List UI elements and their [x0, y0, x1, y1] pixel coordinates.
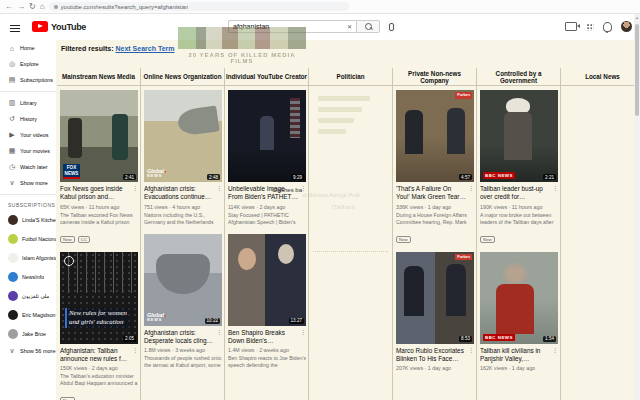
video-badges: New	[60, 388, 138, 400]
video-duration: 2:41	[123, 174, 136, 180]
home-icon[interactable]: ⌂	[40, 3, 45, 11]
scrollbar-thumb[interactable]	[635, 24, 639, 116]
video-menu-icon[interactable]: ⋮	[468, 347, 474, 364]
video-title-row: Taliban leader bust-up over credit for A…	[480, 185, 558, 202]
video-thumbnail[interactable]: 13:27	[228, 234, 306, 326]
page-scrollbar[interactable]: ▲	[634, 14, 640, 400]
video-thumbnail[interactable]: Global›10:22	[144, 234, 222, 326]
subscription-channel[interactable]: NewsInfo	[0, 267, 56, 286]
search-input[interactable]	[233, 23, 344, 30]
video-meta: 1.4M views · 2 weeks ago	[228, 347, 306, 353]
video-title-row: Taliban kill civilians in Panjshir Valle…	[480, 347, 558, 364]
voice-search-button[interactable]	[385, 20, 398, 33]
sidebar-item-library[interactable]: ▥Library	[0, 95, 56, 111]
sidebar-item-your-videos[interactable]: ▶Your videos	[0, 127, 56, 143]
video-thumbnail[interactable]: FOX NEWS2:41	[60, 90, 138, 182]
video-menu-icon[interactable]: ⋮	[132, 185, 138, 202]
video-thumbnail[interactable]: New rules for women and girls' education…	[60, 252, 138, 344]
subscription-channel[interactable]: Linda'S Kitchen مطبخ	[0, 210, 56, 229]
sidebar-item-label: Watch later	[20, 164, 48, 170]
forward-icon[interactable]: →	[17, 3, 25, 11]
column-cell: BBC NEWS2:21Taliban leader bust-up over …	[477, 86, 561, 400]
sidebar-item-your-movies[interactable]: ▦Your movies	[0, 143, 56, 159]
video-thumbnail[interactable]: Forbes4:57	[396, 90, 474, 182]
avatar[interactable]	[621, 21, 632, 32]
sidebar-item-label: Home	[20, 45, 35, 51]
sidebar-item-subscriptions[interactable]: ▤Subscriptions	[0, 72, 56, 88]
channel-avatar	[8, 329, 18, 339]
subscription-channel[interactable]: Futbol Nacional	[0, 229, 56, 248]
video-menu-icon[interactable]: ⋮	[552, 347, 558, 364]
video-badges: New	[396, 227, 474, 245]
channel-logo-forbes: Forbes	[455, 92, 472, 99]
url-text: youtube.com/results?search_query=afghani…	[61, 4, 189, 10]
video-menu-icon[interactable]: ⋮	[300, 329, 306, 346]
sidebar-show-more[interactable]: ∨ Show more	[0, 175, 56, 191]
next-search-term-link[interactable]: Next Search Term	[115, 45, 174, 52]
channel-name: ملي تلفزيون	[22, 293, 49, 299]
sidebar-show-more-subscriptions[interactable]: ∨ Show 56 more	[0, 343, 56, 359]
reload-icon[interactable]: ↻	[29, 3, 36, 11]
video-title[interactable]: 'That's A Failure On You!' Mark Green Te…	[396, 185, 466, 202]
sidebar-item-history[interactable]: ↺History	[0, 111, 56, 127]
video-menu-icon[interactable]: ⋮	[552, 185, 558, 202]
sidebar-item-watch-later[interactable]: ◷Watch later	[0, 159, 56, 175]
apps-grid-icon[interactable]	[586, 23, 594, 31]
channel-logo-text: Global	[147, 312, 164, 318]
filtered-results-label: Filtered results: Next Search Term	[61, 45, 174, 52]
video-title-row: Afghanistan: Taliban announce new rules …	[60, 347, 138, 364]
badge-new: New	[60, 236, 75, 243]
search-box[interactable]: ✕	[228, 20, 356, 33]
sidebar-item-home[interactable]: ⌂Home	[0, 40, 56, 56]
sidebar-item-label: History	[20, 116, 37, 122]
youtube-logo[interactable]: YouTube	[32, 21, 86, 32]
video-title[interactable]: Fox News goes inside Kabul prison and Af…	[60, 185, 130, 202]
badge-cc: CC	[78, 236, 90, 243]
site-info-icon[interactable]	[54, 5, 58, 9]
clear-search-icon[interactable]: ✕	[347, 23, 352, 30]
back-icon[interactable]: ←	[5, 3, 13, 11]
video-thumbnail[interactable]: Global›2:48	[144, 90, 222, 182]
chevron-right-icon: ›	[164, 312, 166, 318]
youtube-wordmark: YouTube	[51, 22, 86, 32]
subscription-channel[interactable]: Jake Broe	[0, 324, 56, 343]
video-thumbnail[interactable]: Forbes8:53	[396, 252, 474, 344]
video-thumbnail[interactable]: BBC NEWS2:21	[480, 90, 558, 182]
channel-avatar	[8, 272, 18, 282]
channel-logo-bbc: BBC NEWS	[483, 172, 515, 179]
video-description: A major row broke out between leaders of…	[480, 212, 558, 227]
video-menu-icon[interactable]: ⋮	[132, 347, 138, 364]
video-thumbnail[interactable]: BBC NEWS1:54	[480, 252, 558, 344]
filter-board: Filtered results: Next Search Term Mains…	[56, 40, 634, 400]
subscription-channel[interactable]: Eric Magidson	[0, 305, 56, 324]
scroll-up-arrow[interactable]: ▲	[634, 14, 640, 22]
search-button[interactable]	[356, 20, 380, 33]
subscription-channel[interactable]: ملي تلفزيون	[0, 286, 56, 305]
create-video-icon[interactable]	[565, 22, 577, 31]
chevron-down-icon: ∨	[8, 179, 16, 187]
video-thumbnail[interactable]: 9:29	[228, 90, 306, 182]
column-header: Individual YouTube Creator	[225, 68, 309, 86]
video-menu-icon[interactable]: ⋮	[468, 185, 474, 202]
video-title[interactable]: Afghanistan crisis: Desperate locals cli…	[144, 329, 214, 346]
subscription-channel[interactable]: Islam Afgoniston	[0, 248, 56, 267]
nav-icon: ↺	[8, 115, 16, 123]
video-title[interactable]: Marco Rubio Excoriates Blinken To His Fa…	[396, 347, 466, 364]
video-menu-icon[interactable]: ⋮	[216, 329, 222, 346]
column-cell: Global›2:48Afghanistan crisis: Evacuatio…	[141, 86, 225, 400]
video-menu-icon[interactable]: ⋮	[216, 185, 222, 202]
column-header: Controlled by a Government	[477, 68, 561, 86]
video-title[interactable]: Taliban kill civilians in Panjshir Valle…	[480, 347, 550, 364]
video-title[interactable]: Taliban leader bust-up over credit for A…	[480, 185, 550, 202]
channel-name: Futbol Nacional	[22, 236, 56, 242]
video-title[interactable]: Afghanistan: Taliban announce new rules …	[60, 347, 130, 364]
guide-menu-icon[interactable]	[10, 23, 20, 31]
channel-logo-forbes: Forbes	[455, 254, 472, 261]
video-title[interactable]: Ben Shapiro Breaks Down Biden's PATHETIC…	[228, 329, 298, 346]
address-bar[interactable]: youtube.com/results?search_query=afghani…	[49, 2, 349, 11]
video-duration: 8:53	[459, 336, 472, 342]
ghost-highlight-bar	[318, 129, 346, 134]
video-title[interactable]: Afghanistan crisis: Evacuations continue…	[144, 185, 214, 202]
sidebar-item-explore[interactable]: ◎Explore	[0, 56, 56, 72]
notifications-bell-icon[interactable]	[603, 22, 612, 32]
